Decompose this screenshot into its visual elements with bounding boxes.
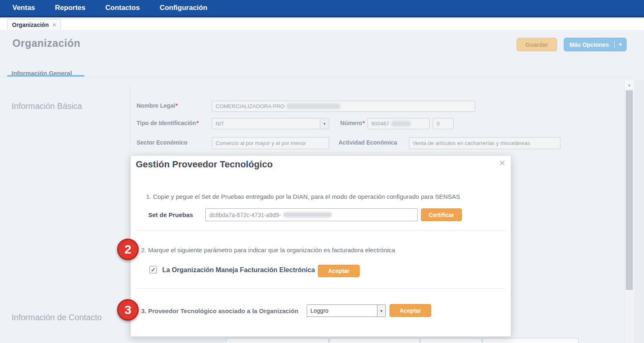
more-options-label: Más Opciones: [564, 41, 614, 48]
required-marker: *: [363, 120, 365, 126]
id-type-label: Tipo de Identificación*: [137, 120, 199, 126]
modal-divider: [137, 288, 505, 289]
nav-item-contactos[interactable]: Contactos: [106, 4, 140, 12]
top-nav-bar: Ventas Reportes Contactos Configuración: [0, 0, 644, 17]
vertical-scrollbar[interactable]: ▲: [624, 80, 634, 343]
tab-organizacion[interactable]: Organización ×: [7, 19, 61, 30]
economic-sector-label: Sector Económico: [137, 139, 187, 146]
certify-button[interactable]: Certificar: [421, 208, 462, 221]
accept-step3-button[interactable]: Aceptar: [389, 304, 431, 317]
redacted-blur: [286, 104, 340, 109]
id-type-select[interactable]: NIT ▾: [212, 118, 329, 129]
page-title: Organización: [12, 37, 80, 49]
accept-step2-button[interactable]: Aceptar: [318, 265, 360, 277]
more-options-button[interactable]: Más Opciones ▾: [564, 38, 627, 51]
step3-instruction: 3. Proveedor Tecnológico asociado a la O…: [141, 307, 298, 314]
electronic-invoicing-label: La Organización Maneja Facturación Elect…: [162, 266, 315, 274]
chevron-down-icon[interactable]: ▾: [377, 305, 385, 316]
nav-item-ventas[interactable]: Ventas: [12, 4, 35, 12]
legal-name-value: COMERCIALIZADORA PRO: [216, 103, 284, 109]
legal-name-label: Nombre Legal*: [137, 102, 178, 109]
economic-activity-field[interactable]: Venta de artículos en cacharrerías y mis…: [409, 137, 560, 149]
required-marker: *: [175, 102, 178, 109]
contact-field-stub: [421, 338, 482, 343]
step2-instruction: 2. Marque el siguiente parámetro para in…: [141, 246, 395, 254]
contact-field-stub: [226, 338, 329, 343]
save-button[interactable]: Guardar: [517, 38, 557, 51]
chevron-down-icon[interactable]: ▾: [615, 42, 626, 47]
main-content: Organización Guardar Más Opciones ▾ Info…: [0, 30, 644, 343]
form-column-divider: [130, 85, 130, 155]
check-digit-value: 0: [437, 121, 440, 127]
modal-title: Gestión Proveedor Tecnológico: [136, 159, 273, 170]
right-edge-strip: [634, 80, 644, 343]
check-icon: ✓: [151, 266, 156, 273]
economic-sector-field[interactable]: Comercio al por mayor y al por menor: [212, 137, 329, 149]
economic-sector-value: Comercio al por mayor y al por menor: [216, 140, 306, 146]
economic-activity-value: Venta de artículos en cacharrerías y mis…: [413, 140, 530, 146]
modal-divider: [137, 230, 505, 231]
step1-instruction: 1. Copie y pegue el Set de Pruebas entre…: [146, 193, 460, 200]
redacted-blur: [391, 121, 411, 126]
tech-provider-modal: Gestión Proveedor Tecnológico × 1. Copie…: [130, 155, 511, 337]
contact-field-stub: [483, 338, 579, 343]
tech-provider-select[interactable]: Loggro ▾: [307, 304, 386, 317]
legal-name-field[interactable]: COMERCIALIZADORA PRO: [212, 101, 475, 112]
test-set-input[interactable]: dc8bda7a-672c-4731-a9d9-: [205, 208, 418, 221]
tab-close-icon[interactable]: ×: [53, 22, 56, 28]
number-value: 900467: [371, 121, 389, 127]
economic-activity-label: Actividad Económica: [339, 139, 397, 146]
number-field[interactable]: 900467: [368, 118, 430, 129]
test-set-value: dc8bda7a-672c-4731-a9d9-: [209, 212, 281, 218]
nav-item-reportes[interactable]: Reportes: [55, 4, 86, 12]
tab-strip: Organización ×: [0, 19, 644, 30]
test-set-label: Set de Pruebas: [148, 211, 193, 218]
chevron-down-icon[interactable]: ▾: [320, 118, 329, 129]
scrollbar-thumb[interactable]: [626, 90, 633, 290]
redacted-blur: [283, 212, 332, 217]
step2-badge: 2: [117, 239, 139, 260]
electronic-invoicing-checkbox[interactable]: ✓: [149, 266, 157, 273]
number-label: Número*: [340, 120, 365, 126]
tab-organizacion-label: Organización: [12, 22, 49, 28]
close-icon[interactable]: ×: [499, 157, 505, 168]
contact-field-stub: [329, 338, 420, 343]
step3-badge: 3: [117, 299, 139, 321]
tech-provider-value: Loggro: [310, 307, 329, 314]
header-divider: [0, 77, 634, 77]
id-type-value: NIT: [216, 121, 224, 127]
nav-item-configuracion[interactable]: Configuración: [160, 4, 207, 12]
section-basic-info: Información Básica: [12, 101, 82, 111]
required-marker: *: [197, 120, 199, 126]
check-digit-field[interactable]: 0: [433, 118, 454, 129]
scroll-up-arrow-icon[interactable]: ▲: [625, 80, 634, 89]
section-contact-info: Información de Contacto: [12, 313, 102, 322]
